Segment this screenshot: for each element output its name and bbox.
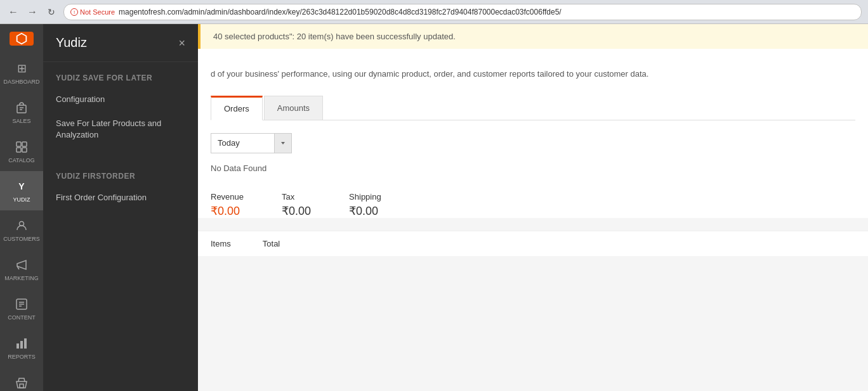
svg-rect-7 — [16, 148, 21, 152]
flyout-section-title-2: Yudiz FirstOrder — [43, 160, 198, 186]
marketing-icon — [14, 257, 29, 272]
sidebar-item-content[interactable]: CONTENT — [0, 289, 43, 328]
tax-value: ₹0.00 — [282, 204, 311, 218]
revenue-row: Revenue ₹0.00 Tax ₹0.00 Shipping ₹0.00 — [211, 186, 855, 218]
svg-rect-8 — [22, 148, 27, 152]
svg-rect-2 — [17, 105, 26, 113]
sidebar-icons: ⊞ DASHBOARD SALES — [0, 24, 43, 391]
svg-rect-18 — [24, 338, 27, 349]
refresh-button[interactable]: ↻ — [44, 8, 58, 16]
flyout-section-gap — [43, 148, 198, 160]
url-text: magentofresh.com/admin/admin/dashboard/i… — [119, 8, 562, 16]
address-bar[interactable]: ! Not Secure magentofresh.com/admin/admi… — [63, 4, 862, 20]
tab-amounts[interactable]: Amounts — [264, 96, 323, 120]
flyout-header: Yudiz × — [43, 24, 198, 62]
flyout-section-2: Yudiz FirstOrder First Order Configurati… — [43, 160, 198, 210]
no-data-text: No Data Found — [211, 163, 855, 173]
total-label: Total — [263, 239, 280, 248]
sidebar-item-yudiz[interactable]: Y YUDIZ — [0, 171, 43, 210]
shipping-item: Shipping ₹0.00 — [349, 192, 381, 218]
shipping-value: ₹0.00 — [349, 204, 381, 218]
svg-text:!: ! — [74, 10, 75, 15]
filter-row: Today Yesterday Last 7 Days Last Month C… — [211, 133, 855, 153]
shipping-label: Shipping — [349, 192, 381, 202]
tab-orders[interactable]: Orders — [211, 96, 263, 120]
sidebar-item-dashboard[interactable]: ⊞ DASHBOARD — [0, 53, 43, 93]
svg-rect-17 — [20, 341, 23, 349]
magento-logo[interactable] — [10, 32, 34, 46]
flyout-title: Yudiz — [56, 35, 87, 50]
main-layout: ⊞ DASHBOARD SALES — [0, 24, 868, 391]
flyout-item-save-for-later[interactable]: Save For Later Products and Analyzation — [43, 112, 198, 147]
sidebar-item-stores[interactable]: STORES — [0, 368, 43, 391]
content-area: 40 selected products": 20 item(s) have b… — [198, 24, 868, 391]
flyout-menu: Yudiz × Yudiz Save For Later Configurati… — [43, 24, 198, 391]
customers-icon — [14, 218, 29, 233]
sales-icon — [14, 100, 29, 115]
catalog-icon — [14, 139, 29, 155]
items-label: Items — [211, 239, 231, 248]
content-icon — [14, 297, 29, 312]
flyout-section-1: Yudiz Save For Later Configuration Save … — [43, 62, 198, 148]
flyout-item-first-order[interactable]: First Order Configuration — [43, 186, 198, 210]
forward-button[interactable]: → — [25, 8, 39, 16]
content-inner: d of your business' performance, using o… — [198, 49, 868, 218]
tabs-bar: Orders Amounts — [211, 96, 855, 120]
sidebar-item-catalog[interactable]: CATALOG — [0, 132, 43, 171]
dashboard-icon: ⊞ — [14, 61, 29, 76]
sidebar-item-marketing[interactable]: MARKETING — [0, 250, 43, 289]
sidebar-item-sales[interactable]: SALES — [0, 93, 43, 132]
browser-chrome: ← → ↻ ! Not Secure magentofresh.com/admi… — [0, 0, 868, 24]
sidebar-item-reports[interactable]: REPORTS — [0, 328, 43, 368]
reports-icon — [14, 336, 29, 351]
dropdown-arrow-button[interactable] — [274, 133, 292, 153]
revenue-value: ₹0.00 — [211, 204, 244, 218]
tax-item: Tax ₹0.00 — [282, 192, 311, 218]
sidebar-item-customers[interactable]: CUSTOMERS — [0, 210, 43, 250]
svg-rect-16 — [16, 343, 19, 349]
svg-text:Y: Y — [18, 181, 25, 191]
yudiz-icon: Y — [14, 179, 29, 194]
revenue-item: Revenue ₹0.00 — [211, 192, 244, 218]
flyout-section-title-1: Yudiz Save For Later — [43, 62, 198, 87]
tax-label: Tax — [282, 192, 311, 202]
success-banner: 40 selected products": 20 item(s) have b… — [198, 24, 868, 49]
success-message: 40 selected products": 20 item(s) have b… — [213, 32, 456, 41]
page-description: d of your business' performance, using o… — [211, 68, 855, 80]
svg-rect-19 — [20, 384, 23, 388]
back-button[interactable]: ← — [6, 8, 20, 16]
flyout-item-configuration[interactable]: Configuration — [43, 87, 198, 112]
svg-rect-6 — [22, 142, 27, 146]
svg-rect-5 — [16, 142, 21, 146]
security-badge: ! Not Secure — [70, 8, 115, 16]
revenue-label: Revenue — [211, 192, 244, 202]
stores-icon — [14, 375, 29, 390]
flyout-close-button[interactable]: × — [178, 37, 185, 49]
period-select[interactable]: Today Yesterday Last 7 Days Last Month C… — [211, 133, 274, 153]
bottom-totals-row: Items Total — [198, 231, 868, 256]
